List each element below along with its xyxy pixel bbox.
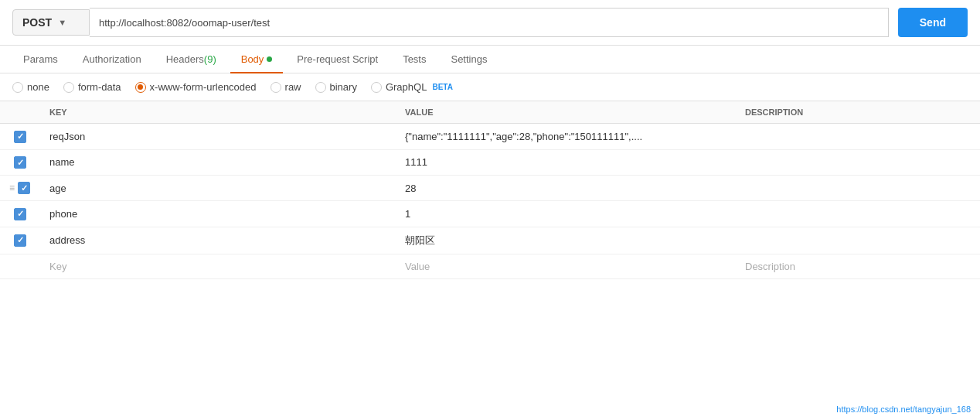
radio-graphql-circle [371, 82, 382, 93]
drag-handle-icon[interactable]: ≡ [9, 183, 15, 193]
row-key-cell[interactable]: address [40, 227, 396, 254]
url-input[interactable] [90, 8, 889, 37]
row-value-cell[interactable]: 1111 [396, 149, 736, 176]
row-check-cell: ✓ [0, 149, 40, 176]
tab-pre-request[interactable]: Pre-request Script [286, 46, 389, 73]
body-dot-icon [267, 56, 272, 62]
row-value-cell[interactable]: 朝阳区 [396, 227, 736, 254]
row-value-cell[interactable]: {"name":"1111111","age":28,"phone":"1501… [396, 124, 736, 150]
row-desc-cell[interactable] [736, 176, 980, 201]
row-key-placeholder[interactable]: Key [40, 254, 396, 278]
col-header-description: DESCRIPTION [736, 101, 980, 124]
row-key-cell[interactable]: reqJson [40, 124, 396, 150]
row-checkbox[interactable]: ✓ [14, 234, 26, 247]
row-value-placeholder[interactable]: Value [396, 254, 736, 278]
row-key-cell[interactable]: name [40, 149, 396, 176]
tab-authorization[interactable]: Authorization [72, 46, 152, 73]
tab-tests[interactable]: Tests [392, 46, 437, 73]
col-header-key: KEY [40, 101, 396, 124]
radio-binary-circle [315, 82, 326, 93]
row-desc-cell[interactable] [736, 201, 980, 227]
tab-body[interactable]: Body [230, 46, 284, 73]
row-desc-cell[interactable] [736, 149, 980, 176]
radio-graphql[interactable]: GraphQLBETA [371, 81, 453, 93]
tab-headers[interactable]: Headers(9) [155, 46, 227, 73]
row-desc-placeholder[interactable]: Description [736, 254, 980, 278]
row-desc-cell[interactable] [736, 227, 980, 254]
row-checkbox[interactable]: ✓ [14, 208, 26, 220]
row-key-cell[interactable]: phone [40, 201, 396, 227]
table-row: ✓ reqJson {"name":"1111111","age":28,"ph… [0, 124, 980, 150]
col-header-check [0, 101, 40, 124]
col-header-value: VALUE [396, 101, 736, 124]
row-check-cell: ≡ ✓ [0, 176, 40, 201]
radio-raw-circle [271, 82, 281, 93]
method-chevron-icon: ▼ [58, 18, 66, 27]
row-value-cell[interactable]: 1 [396, 201, 736, 227]
body-types-bar: none form-data x-www-form-urlencoded raw… [0, 73, 980, 101]
radio-none[interactable]: none [12, 81, 49, 93]
table-row: ✓ address 朝阳区 [0, 227, 980, 254]
row-desc-cell[interactable] [736, 124, 980, 150]
row-checkbox[interactable]: ✓ [14, 131, 26, 143]
radio-binary[interactable]: binary [315, 81, 357, 93]
row-check-cell: ✓ [0, 227, 40, 254]
table-row: ✓ phone 1 [0, 201, 980, 227]
beta-badge: BETA [432, 83, 452, 91]
radio-form-data-circle [63, 82, 74, 93]
row-checkbox[interactable]: ✓ [14, 156, 26, 169]
tabs-bar: Params Authorization Headers(9) Body Pre… [0, 46, 980, 73]
table-row: ≡ ✓ age 28 [0, 176, 980, 201]
radio-urlencoded[interactable]: x-www-form-urlencoded [135, 81, 257, 93]
params-table: KEY VALUE DESCRIPTION ✓ reqJson {"name":… [0, 101, 980, 279]
row-value-cell[interactable]: 28 [396, 176, 736, 201]
row-check-cell: ✓ [0, 201, 40, 227]
method-label: POST [22, 16, 52, 29]
send-button[interactable]: Send [898, 8, 968, 37]
method-selector[interactable]: POST ▼ [12, 9, 90, 36]
radio-form-data[interactable]: form-data [63, 81, 121, 93]
row-checkbox[interactable]: ✓ [18, 182, 30, 194]
radio-none-circle [12, 82, 23, 93]
tab-settings[interactable]: Settings [440, 46, 498, 73]
top-bar: POST ▼ Send [0, 0, 980, 46]
tab-params[interactable]: Params [12, 46, 69, 73]
headers-badge: (9) [204, 53, 216, 65]
table-row: ✓ name 1111 [0, 149, 980, 176]
radio-urlencoded-circle [135, 82, 146, 93]
row-check-cell: ✓ [0, 124, 40, 150]
table-row-placeholder: Key Value Description [0, 254, 980, 278]
row-check-cell-placeholder [0, 254, 40, 278]
row-key-cell[interactable]: age [40, 176, 396, 201]
radio-raw[interactable]: raw [271, 81, 301, 93]
